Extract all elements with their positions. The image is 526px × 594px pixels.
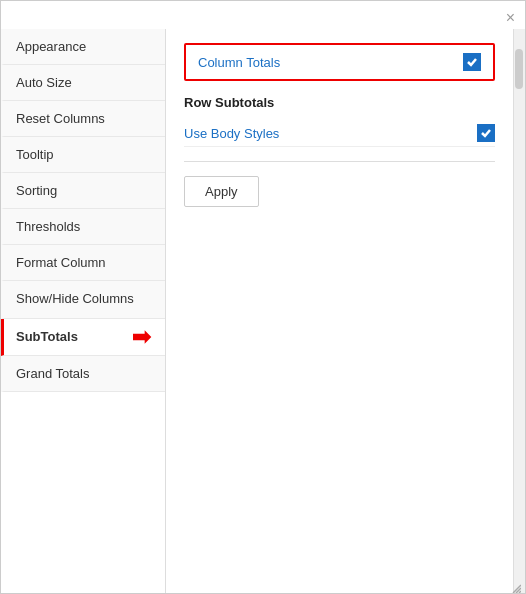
sidebar-item-subtotals[interactable]: SubTotals: [1, 319, 165, 356]
use-body-styles-row: Use Body Styles: [184, 120, 495, 147]
row-subtotals-heading: Row Subtotals: [184, 95, 495, 110]
sidebar-item-label: Tooltip: [16, 147, 54, 162]
sidebar-item-thresholds[interactable]: Thresholds: [1, 209, 165, 245]
apply-button[interactable]: Apply: [184, 176, 259, 207]
svg-marker-0: [133, 330, 151, 343]
use-body-styles-checkbox[interactable]: [477, 124, 495, 142]
sidebar-item-label: SubTotals: [16, 329, 78, 344]
sidebar-item-label: Grand Totals: [16, 366, 89, 381]
sidebar-item-auto-size[interactable]: Auto Size: [1, 65, 165, 101]
sidebar: Appearance Auto Size Reset Columns Toolt…: [1, 29, 166, 593]
sidebar-item-label: Format Column: [16, 255, 106, 270]
svg-line-3: [519, 591, 521, 593]
sidebar-item-label: Thresholds: [16, 219, 80, 234]
scrollbar-thumb[interactable]: [515, 49, 523, 89]
sidebar-item-show-hide-columns[interactable]: Show/Hide Columns: [1, 281, 165, 319]
sidebar-item-grand-totals[interactable]: Grand Totals: [1, 356, 165, 392]
sidebar-item-label: Appearance: [16, 39, 86, 54]
column-totals-checkbox[interactable]: [463, 53, 481, 71]
sidebar-item-appearance[interactable]: Appearance: [1, 29, 165, 65]
content-area: Appearance Auto Size Reset Columns Toolt…: [1, 29, 525, 593]
divider: [184, 161, 495, 162]
sidebar-item-label: Auto Size: [16, 75, 72, 90]
resize-handle[interactable]: [511, 581, 521, 591]
sidebar-item-sorting[interactable]: Sorting: [1, 173, 165, 209]
main-panel: Column Totals Row Subtotals Use Body Sty…: [166, 29, 513, 593]
column-totals-row: Column Totals: [184, 43, 495, 81]
column-totals-label: Column Totals: [198, 55, 280, 70]
scrollbar[interactable]: [513, 29, 525, 593]
dialog: × Appearance Auto Size Reset Columns Too…: [0, 0, 526, 594]
sidebar-item-label: Show/Hide Columns: [16, 291, 134, 308]
sidebar-item-label: Reset Columns: [16, 111, 105, 126]
use-body-styles-label: Use Body Styles: [184, 126, 279, 141]
sidebar-item-reset-columns[interactable]: Reset Columns: [1, 101, 165, 137]
sidebar-item-format-column[interactable]: Format Column: [1, 245, 165, 281]
arrow-right-icon: [133, 329, 153, 345]
sidebar-item-label: Sorting: [16, 183, 57, 198]
sidebar-item-tooltip[interactable]: Tooltip: [1, 137, 165, 173]
row-subtotals-section: Row Subtotals Use Body Styles: [184, 95, 495, 147]
close-button[interactable]: ×: [506, 9, 515, 27]
